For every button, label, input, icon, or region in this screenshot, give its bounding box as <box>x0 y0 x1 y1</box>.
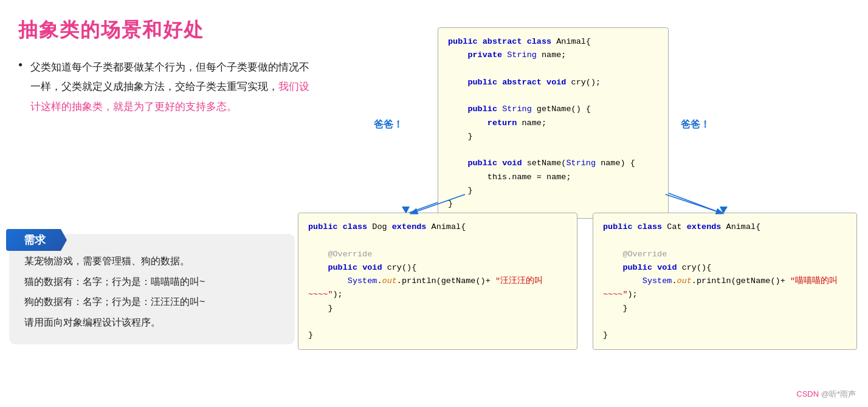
page-title: 抽象类的场景和好处 <box>18 17 204 44</box>
svg-line-3 <box>669 193 723 214</box>
cat-code-box: public class Cat extends Animal{ @Overri… <box>593 213 857 350</box>
need-tag: 需求 <box>6 229 67 251</box>
bullet-text-main: 父类知道每个子类都要做某个行为，但每个子类要做的情况不一样，父类就定义成抽象方法… <box>30 61 309 92</box>
arrow-label-right: 爸爸！ <box>681 118 710 131</box>
need-content: 某宠物游戏，需要管理猫、狗的数据。 猫的数据有：名字；行为是：喵喵喵的叫~ 狗的… <box>24 251 280 332</box>
left-content: 父类知道每个子类都要做某个行为，但每个子类要做的情况不一样，父类就定义成抽象方法… <box>18 58 310 117</box>
parent-code-box: public abstract class Animal{ private St… <box>438 27 669 219</box>
watermark-author: @听*雨声 <box>821 389 856 398</box>
watermark: CSDN @听*雨声 <box>796 389 856 400</box>
watermark-csdn: CSDN <box>796 389 819 398</box>
page-container: { "title": "抽象类的场景和好处", "left": { "bulle… <box>0 0 868 407</box>
need-line-1: 某宠物游戏，需要管理猫、狗的数据。 <box>24 251 280 272</box>
need-line-3: 狗的数据有：名字；行为是：汪汪汪的叫~ <box>24 292 280 312</box>
need-line-4: 请用面向对象编程设计该程序。 <box>24 312 280 333</box>
svg-line-7 <box>666 194 720 213</box>
dog-code-box: public class Dog extends Animal{ @Overri… <box>298 213 577 350</box>
arrow-label-left: 爸爸！ <box>374 118 403 131</box>
need-box: 需求 某宠物游戏，需要管理猫、狗的数据。 猫的数据有：名字；行为是：喵喵喵的叫~… <box>9 234 295 344</box>
need-line-2: 猫的数据有：名字；行为是：喵喵喵的叫~ <box>24 272 280 292</box>
bullet-text: 父类知道每个子类都要做某个行为，但每个子类要做的情况不一样，父类就定义成抽象方法… <box>18 58 310 117</box>
